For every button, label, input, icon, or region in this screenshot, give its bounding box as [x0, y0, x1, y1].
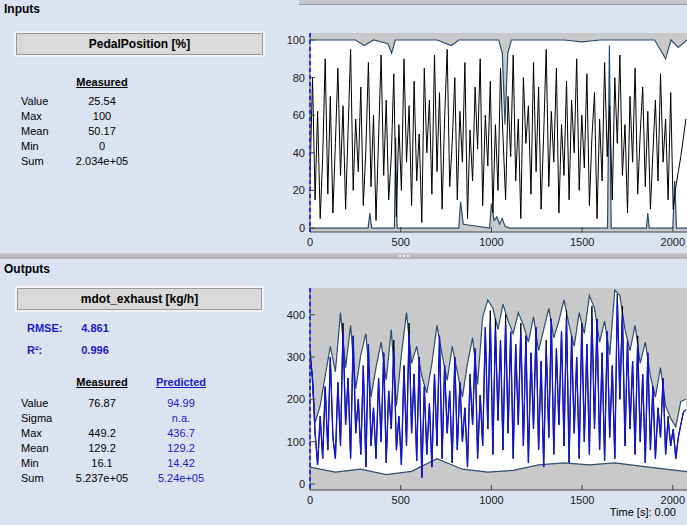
svg-text:60: 60 [293, 109, 305, 121]
outputs-stat-mean-predicted: 129.2 [141, 442, 221, 454]
inputs-section-title: Inputs [4, 2, 40, 16]
inputs-stat-sum: 2.034e+05 [62, 155, 142, 167]
inputs-signal-plot[interactable]: 0500100015002000020406080100 [270, 28, 687, 253]
signal-plot-canvas: 05001000150020000100200300400 [270, 283, 687, 525]
mdot-exhaust-signal-button[interactable]: mdot_exhaust [kg/h] [17, 288, 262, 310]
svg-text:400: 400 [287, 309, 305, 321]
svg-text:0: 0 [299, 222, 305, 234]
svg-text:40: 40 [293, 147, 305, 159]
inputs-stat-value: 25.54 [62, 95, 142, 107]
outputs-stat-sum-predicted: 5.24e+05 [141, 472, 221, 484]
r-squared-value: 0.996 [60, 344, 130, 356]
outputs-section-title: Outputs [4, 262, 50, 276]
inputs-measured-column-header: Measured [62, 76, 142, 88]
outputs-stat-sigma-predicted: n.a. [141, 412, 221, 424]
outputs-stat-min-predicted: 14.42 [141, 457, 221, 469]
svg-text:200: 200 [287, 393, 305, 405]
svg-text:0: 0 [307, 494, 313, 506]
outputs-stat-sum-measured: 5.237e+05 [62, 472, 142, 484]
outputs-predicted-column-header: Predicted [141, 376, 221, 388]
svg-text:100: 100 [287, 436, 305, 448]
panel-splitter[interactable] [0, 253, 687, 259]
outputs-stat-value-predicted: 94.99 [141, 397, 221, 409]
svg-text:0: 0 [299, 478, 305, 490]
outputs-stat-value-measured: 76.87 [62, 397, 142, 409]
svg-text:2000: 2000 [661, 236, 685, 248]
svg-text:1000: 1000 [479, 236, 503, 248]
pedalposition-signal-button[interactable]: PedalPosition [%] [16, 33, 263, 55]
clipped-plot-above-strip [299, 0, 687, 5]
svg-text:2000: 2000 [661, 494, 685, 506]
outputs-stat-min-measured: 16.1 [62, 457, 142, 469]
time-cursor-readout: Time [s]: 0.00 [556, 506, 676, 518]
inputs-stat-min: 0 [62, 140, 142, 152]
svg-text:100: 100 [287, 34, 305, 46]
svg-text:80: 80 [293, 72, 305, 84]
splitter-grip-icon [399, 255, 411, 257]
signal-plot-canvas: 0500100015002000020406080100 [270, 28, 687, 253]
outputs-measured-column-header: Measured [62, 376, 142, 388]
rmse-label: RMSE: [27, 322, 62, 334]
pedalposition-signal-button-label: PedalPosition [%] [89, 37, 190, 51]
outputs-stat-label-sigma: Sigma [21, 412, 69, 424]
svg-text:1000: 1000 [479, 494, 503, 506]
model-validation-window: Inputs PedalPosition [%] Measured Value … [0, 0, 687, 525]
svg-text:1500: 1500 [570, 236, 594, 248]
r-squared-label: R²: [27, 344, 42, 356]
svg-text:0: 0 [307, 236, 313, 248]
outputs-signal-plot[interactable]: 05001000150020000100200300400 [270, 283, 687, 525]
outputs-stat-mean-measured: 129.2 [62, 442, 142, 454]
svg-text:500: 500 [392, 236, 410, 248]
svg-text:300: 300 [287, 351, 305, 363]
inputs-stat-mean: 50.17 [62, 125, 142, 137]
svg-text:20: 20 [293, 184, 305, 196]
mdot-exhaust-signal-button-label: mdot_exhaust [kg/h] [81, 292, 198, 306]
inputs-stat-max: 100 [62, 110, 142, 122]
outputs-stat-max-measured: 449.2 [62, 427, 142, 439]
svg-text:500: 500 [392, 494, 410, 506]
outputs-stat-max-predicted: 436.7 [141, 427, 221, 439]
svg-text:1500: 1500 [570, 494, 594, 506]
rmse-value: 4.861 [60, 322, 130, 334]
